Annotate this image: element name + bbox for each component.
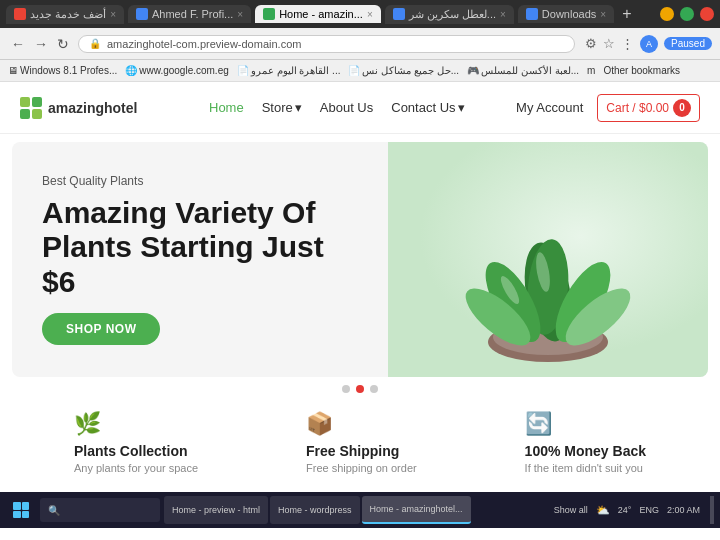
tab-label-2: Ahmed F. Profi... — [152, 8, 233, 20]
taskbar-app-label-3: Home - amazinghotel... — [370, 504, 463, 514]
logo-icon — [20, 97, 42, 119]
profile-icon[interactable]: A — [640, 35, 658, 53]
hero-section: Best Quality Plants Amazing Variety Of P… — [12, 142, 708, 377]
tab-label-4: لعطل سكرين شر... — [409, 8, 496, 21]
tab-4[interactable]: لعطل سكرين شر... × — [385, 5, 514, 24]
tab-close-4[interactable]: × — [500, 9, 506, 20]
lock-icon: 🔒 — [89, 38, 101, 49]
settings-icon[interactable]: ⋮ — [621, 36, 634, 51]
feature-shipping-desc: Free shipping on order — [306, 462, 417, 474]
bookmark-1[interactable]: 🖥 Windows 8.1 Profes... — [8, 65, 117, 76]
logo-sq-br — [32, 109, 42, 119]
tab-close-5[interactable]: × — [600, 9, 606, 20]
show-all-label[interactable]: Show all — [554, 505, 588, 515]
bookmark-3[interactable]: 📄 القاهرة اليوم عمرو ... — [237, 65, 341, 76]
website-content: amazinghotel Home Store ▾ About Us Conta… — [0, 82, 720, 492]
carousel-dot-1[interactable] — [342, 385, 350, 393]
address-bar[interactable]: 🔒 amazinghotel-com.preview-domain.com — [78, 35, 575, 53]
refresh-button[interactable]: ↻ — [54, 36, 72, 52]
carousel-dot-3[interactable] — [370, 385, 378, 393]
nav-right: My Account Cart / $0.00 0 — [516, 94, 700, 122]
tab-label-3: Home - amazin... — [279, 8, 363, 20]
nav-home[interactable]: Home — [209, 100, 244, 115]
feature-moneyback-title: 100% Money Back — [525, 443, 646, 459]
tab-icon-3 — [263, 8, 275, 20]
feature-shipping-title: Free Shipping — [306, 443, 399, 459]
bookmark-5[interactable]: 🎮 لعبة الأكسن للمسلس... — [467, 65, 579, 76]
window-controls — [660, 7, 714, 21]
tab-2[interactable]: Ahmed F. Profi... × — [128, 5, 251, 23]
nav-about[interactable]: About Us — [320, 100, 373, 115]
taskbar-apps: Home - preview - html Home - wordpress H… — [164, 496, 471, 524]
tab-icon-1 — [14, 8, 26, 20]
bookmark-4[interactable]: 📄 حل جميع مشاكل نس... — [348, 65, 459, 76]
logo-sq-bl — [20, 109, 30, 119]
taskbar-app-3[interactable]: Home - amazinghotel... — [362, 496, 471, 524]
address-bar-row: ← → ↻ 🔒 amazinghotel-com.preview-domain.… — [0, 28, 720, 60]
site-navigation: amazinghotel Home Store ▾ About Us Conta… — [0, 82, 720, 134]
tab-3[interactable]: Home - amazin... × — [255, 5, 381, 23]
start-button[interactable] — [6, 498, 36, 522]
logo-sq-tl — [20, 97, 30, 107]
cart-label: Cart / $0.00 — [606, 101, 669, 115]
feature-plants-title: Plants Collection — [74, 443, 188, 459]
moneyback-icon: 🔄 — [525, 411, 552, 437]
logo-sq-tr — [32, 97, 42, 107]
taskbar-sys-icons: Show all — [554, 505, 588, 515]
tab-label-1: أضف خدمة جديد — [30, 8, 106, 21]
tab-1[interactable]: أضف خدمة جديد × — [6, 5, 124, 24]
feature-moneyback-desc: If the item didn't suit you — [525, 462, 643, 474]
back-button[interactable]: ← — [8, 36, 28, 52]
other-bookmarks[interactable]: Other bookmarks — [603, 65, 680, 76]
paused-button[interactable]: Paused — [664, 37, 712, 50]
windows-logo — [13, 502, 29, 518]
bookmark-6[interactable]: m — [587, 65, 595, 76]
title-bar: أضف خدمة جديد × Ahmed F. Profi... × Home… — [0, 0, 720, 28]
taskbar-app-1[interactable]: Home - preview - html — [164, 496, 268, 524]
feature-plants-desc: Any plants for your space — [74, 462, 198, 474]
feature-plants: 🌿 Plants Collection Any plants for your … — [74, 411, 198, 474]
logo[interactable]: amazinghotel — [20, 97, 137, 119]
hero-content: Best Quality Plants Amazing Variety Of P… — [12, 154, 708, 366]
my-account-link[interactable]: My Account — [516, 100, 583, 115]
taskbar-search[interactable]: 🔍 — [40, 498, 160, 522]
carousel-dot-2[interactable] — [356, 385, 364, 393]
nav-contact[interactable]: Contact Us ▾ — [391, 100, 464, 115]
browser-chrome: أضف خدمة جديد × Ahmed F. Profi... × Home… — [0, 0, 720, 82]
nav-buttons: ← → ↻ — [8, 36, 72, 52]
shipping-icon: 📦 — [306, 411, 333, 437]
tab-close-1[interactable]: × — [110, 9, 116, 20]
close-button[interactable] — [700, 7, 714, 21]
bookmarks-bar: 🖥 Windows 8.1 Profes... 🌐 www.google.com… — [0, 60, 720, 82]
nav-store[interactable]: Store ▾ — [262, 100, 302, 115]
show-desktop-button[interactable] — [710, 496, 714, 524]
tab-close-3[interactable]: × — [367, 9, 373, 20]
bookmark-2[interactable]: 🌐 www.google.com.eg — [125, 65, 229, 76]
weather-icon: ⛅ — [596, 504, 610, 517]
cart-button[interactable]: Cart / $0.00 0 — [597, 94, 700, 122]
taskbar-app-2[interactable]: Home - wordpress — [270, 496, 360, 524]
shop-now-button[interactable]: SHOP NOW — [42, 313, 160, 345]
bookmark-icon[interactable]: ☆ — [603, 36, 615, 51]
tab-5[interactable]: Downloads × — [518, 5, 614, 23]
logo-text: amazinghotel — [48, 100, 137, 116]
taskbar-clock: 2:00 AM — [667, 505, 700, 515]
address-text: amazinghotel-com.preview-domain.com — [107, 38, 301, 50]
taskbar: 🔍 Home - preview - html Home - wordpress… — [0, 492, 720, 528]
tab-label-5: Downloads — [542, 8, 596, 20]
plants-icon: 🌿 — [74, 411, 101, 437]
new-tab-button[interactable]: + — [618, 5, 635, 23]
clock-time: 2:00 AM — [667, 505, 700, 515]
language-indicator: ENG — [639, 505, 659, 515]
forward-button[interactable]: → — [31, 36, 51, 52]
feature-shipping: 📦 Free Shipping Free shipping on order — [306, 411, 417, 474]
extensions-icon[interactable]: ⚙ — [585, 36, 597, 51]
minimize-button[interactable] — [660, 7, 674, 21]
maximize-button[interactable] — [680, 7, 694, 21]
search-icon: 🔍 — [48, 505, 60, 516]
tab-close-2[interactable]: × — [237, 9, 243, 20]
hero-subtitle: Best Quality Plants — [42, 174, 678, 188]
taskbar-app-label-1: Home - preview - html — [172, 505, 260, 515]
tab-icon-4 — [393, 8, 405, 20]
tab-icon-5 — [526, 8, 538, 20]
